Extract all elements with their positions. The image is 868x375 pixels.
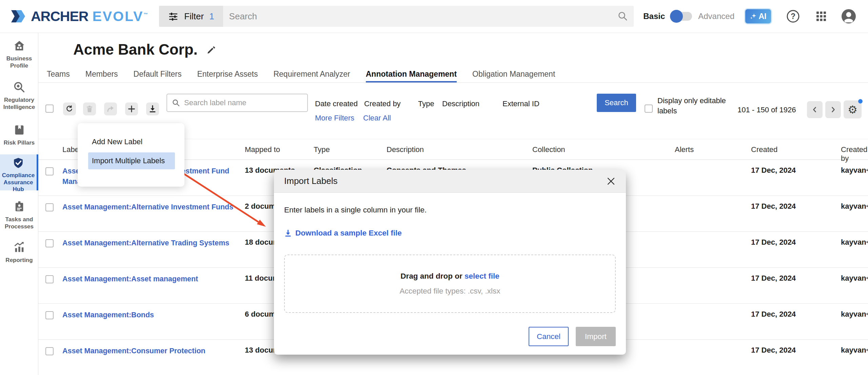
top-bar: ARCHER EVOLV™ Filter 1 Basic Advanced <box>0 0 868 33</box>
tab-teams[interactable]: Teams <box>47 70 70 82</box>
file-dropzone[interactable]: Drag and drop or select file Accepted fi… <box>284 255 616 313</box>
label-link[interactable]: Asset Management:Alternative Investment … <box>62 202 237 212</box>
select-file-link[interactable]: select file <box>465 272 499 280</box>
settings-gear-button[interactable]: ⚙ <box>844 100 862 118</box>
column-header-collection[interactable]: Collection <box>532 145 565 154</box>
more-filters-link[interactable]: More Filters <box>315 114 354 123</box>
download-sample-link[interactable]: Download a sample Excel file <box>284 229 616 238</box>
row-checkbox[interactable] <box>45 275 54 283</box>
global-search-bar[interactable] <box>223 6 634 27</box>
close-icon[interactable] <box>606 176 616 186</box>
home-icon <box>13 40 25 52</box>
filter-count-badge: 1 <box>209 11 214 22</box>
modal-footer: Cancel Import <box>529 327 616 346</box>
created-by-cell: kayvan+p <box>841 274 868 283</box>
gear-icon: ⚙ <box>848 104 857 115</box>
label-search-input[interactable] <box>180 98 307 107</box>
next-page-button[interactable] <box>825 101 841 118</box>
filter-button[interactable]: Filter 1 <box>159 6 223 27</box>
tasks-icon <box>13 201 25 213</box>
created-cell: 17 Dec, 2024 <box>751 238 796 247</box>
menu-item-import-multiple-labels[interactable]: Import Multiple Labels <box>88 152 175 169</box>
cancel-button[interactable]: Cancel <box>529 327 569 346</box>
sidebar-item-risk-pillars[interactable]: Risk Pillars <box>0 124 38 147</box>
add-label-button[interactable] <box>125 102 138 115</box>
sidebar-item-label: Regulatory Intelligence <box>0 97 38 111</box>
apps-grid-icon[interactable] <box>815 10 827 22</box>
column-header-mapped-to[interactable]: Mapped to <box>245 145 280 154</box>
modal-header: Import Labels <box>274 170 626 193</box>
tab-default-filters[interactable]: Default Filters <box>134 70 182 82</box>
filter-description[interactable]: Description <box>442 99 479 108</box>
row-checkbox[interactable] <box>45 347 54 355</box>
row-checkbox[interactable] <box>45 311 54 319</box>
advanced-mode-label: Advanced <box>698 12 734 21</box>
row-checkbox[interactable] <box>45 239 54 247</box>
filter-external-id[interactable]: External ID <box>502 99 539 108</box>
column-header-type[interactable]: Type <box>314 145 330 154</box>
tab-obligation-management[interactable]: Obligation Management <box>472 70 555 82</box>
tab-members[interactable]: Members <box>85 70 118 82</box>
filter-type[interactable]: Type <box>418 99 434 108</box>
filter-date-created[interactable]: Date created <box>315 99 358 108</box>
modal-instruction: Enter labels in a single column in your … <box>284 193 616 214</box>
refresh-button[interactable] <box>63 102 76 115</box>
tab-bar: Teams Members Default Filters Enterprise… <box>38 70 868 83</box>
share-button[interactable] <box>104 102 117 115</box>
search-icon <box>172 99 180 107</box>
column-header-description[interactable]: Description <box>387 145 424 154</box>
sidebar-item-label: Reporting <box>0 257 38 264</box>
search-button[interactable]: Search <box>597 94 636 112</box>
basic-advanced-toggle[interactable] <box>671 12 692 21</box>
global-search-input[interactable] <box>223 11 618 22</box>
modal-body: Enter labels in a single column in your … <box>274 193 626 355</box>
label-link[interactable]: Asset Management:Bonds <box>62 310 237 320</box>
import-labels-button[interactable] <box>146 102 159 115</box>
dropzone-prefix: Drag and drop or <box>400 272 465 280</box>
label-link[interactable]: Asset Management:Alternative Trading Sys… <box>62 238 237 248</box>
sidebar-item-label: Compliance Assurance Hub <box>0 172 37 193</box>
created-by-cell: kayvan+p <box>841 310 868 319</box>
sidebar-item-tasks-and-processes[interactable]: Tasks and Processes <box>0 201 38 230</box>
prev-page-button[interactable] <box>807 101 823 118</box>
basic-mode-label: Basic <box>643 12 665 21</box>
label-link[interactable]: Asset Management:Asset management <box>62 274 237 284</box>
filter-created-by[interactable]: Created by <box>364 99 401 108</box>
tab-enterprise-assets[interactable]: Enterprise Assets <box>197 70 258 82</box>
help-icon[interactable]: ? <box>786 9 800 23</box>
created-cell: 17 Dec, 2024 <box>751 202 796 211</box>
tab-annotation-management[interactable]: Annotation Management <box>366 70 457 82</box>
ai-sparkle-icon <box>750 13 757 20</box>
download-sample-link-text: Download a sample Excel file <box>295 229 402 238</box>
svg-text:?: ? <box>791 12 795 21</box>
user-avatar[interactable] <box>841 8 856 24</box>
delete-button[interactable] <box>83 102 96 115</box>
import-button[interactable]: Import <box>576 327 616 346</box>
display-only-editable-label: Display only editable labels <box>657 96 738 116</box>
label-search-box[interactable] <box>166 94 308 112</box>
column-header-alerts[interactable]: Alerts <box>675 145 694 154</box>
brand-name: ARCHER <box>31 8 88 24</box>
display-only-editable-checkbox[interactable] <box>645 105 653 113</box>
archer-logo-icon <box>11 9 27 23</box>
ai-button[interactable]: AI <box>745 9 771 23</box>
label-link[interactable]: Asset Management:Consumer Protection <box>62 346 237 356</box>
row-checkbox[interactable] <box>45 203 54 211</box>
select-all-checkbox[interactable] <box>45 105 54 113</box>
tab-requirement-analyzer[interactable]: Requirement Analyzer <box>273 70 350 82</box>
clear-all-link[interactable]: Clear All <box>363 114 391 123</box>
edit-pencil-icon[interactable] <box>206 44 217 55</box>
sidebar-item-reporting[interactable]: Reporting <box>0 241 38 264</box>
sidebar-item-compliance-assurance-hub[interactable]: Compliance Assurance Hub <box>0 154 38 190</box>
risk-pillars-icon <box>13 124 25 136</box>
search-icon <box>617 11 628 22</box>
filter-sliders-icon <box>168 11 179 22</box>
sidebar-item-regulatory-intelligence[interactable]: Regulatory Intelligence <box>0 81 38 111</box>
menu-item-add-new-label[interactable]: Add New Label <box>92 137 142 146</box>
sidebar-item-business-profile[interactable]: Business Profile <box>0 40 38 69</box>
page-title: Acme Bank Corp. <box>73 41 198 58</box>
column-header-created[interactable]: Created <box>751 145 777 154</box>
compliance-shield-icon <box>13 157 24 169</box>
created-by-cell: kayvan+p <box>841 166 868 175</box>
row-checkbox[interactable] <box>45 167 54 175</box>
